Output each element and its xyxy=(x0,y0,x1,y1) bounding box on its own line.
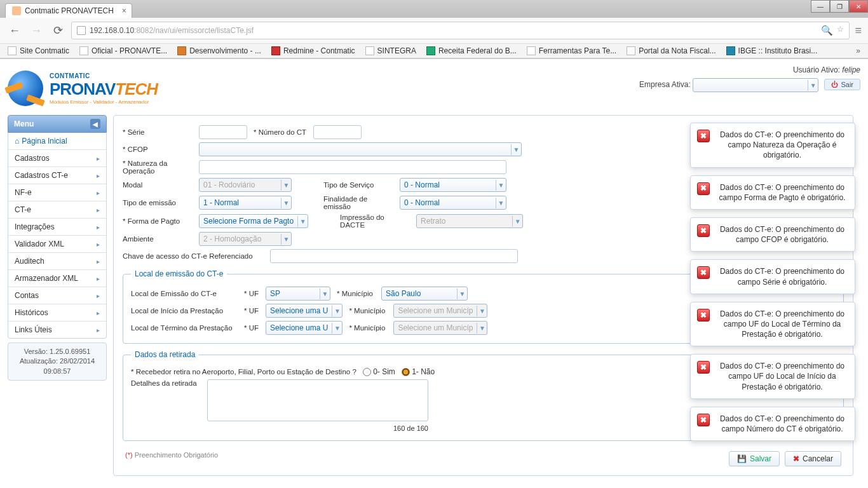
minimize-button[interactable]: — xyxy=(811,0,830,13)
sidebar-item-integracoes[interactable]: Integrações▸ xyxy=(8,219,106,236)
chevron-right-icon: ▸ xyxy=(97,309,100,316)
label-municipio: Município xyxy=(337,290,375,297)
bookmark-item[interactable]: Desenvolvimento - ... xyxy=(177,46,261,55)
chevron-down-icon: ▼ xyxy=(477,306,487,316)
sidebar-item-cadastros[interactable]: Cadastros▸ xyxy=(8,150,106,167)
label-uf: UF xyxy=(244,324,259,332)
chevron-right-icon: ▸ xyxy=(97,292,100,299)
doc-icon xyxy=(365,46,374,55)
doc-icon xyxy=(8,46,17,55)
input-natureza[interactable] xyxy=(199,160,506,174)
sidebar-item-historicos[interactable]: Históricos▸ xyxy=(8,304,106,322)
textarea-detalhes[interactable] xyxy=(207,379,428,421)
label-finalidade: Finalidade de emissão xyxy=(323,195,393,210)
sidebar: Menu ◀ ⌂Página Inicial Cadastros▸ Cadast… xyxy=(8,115,107,381)
bookmark-item[interactable]: Redmine - Contmatic xyxy=(271,46,355,55)
page: CONTMATIC PRONAVTECH Módulos Emissor - V… xyxy=(0,59,868,482)
radio-nao[interactable]: 1- Não xyxy=(402,367,435,376)
sidebar-item-cadastros-cte[interactable]: Cadastros CT-e▸ xyxy=(8,167,106,184)
label-municipio: Município xyxy=(349,324,387,332)
bookmark-item[interactable]: SINTEGRA xyxy=(365,46,416,55)
radio-sim[interactable]: 0- Sim xyxy=(363,367,395,376)
cancel-button[interactable]: ✖Cancelar xyxy=(785,451,841,466)
select-municipio-emissao[interactable]: São Paulo▼ xyxy=(381,287,468,301)
chrome-menu-icon[interactable]: ≡ xyxy=(855,24,862,37)
bookmark-item[interactable]: Ferramentas Para Te... xyxy=(527,46,617,55)
chevron-down-icon: ▼ xyxy=(477,323,487,334)
bookmark-item[interactable]: Portal da Nota Fiscal... xyxy=(627,46,715,55)
select-impressao: Retrato▼ xyxy=(416,214,523,228)
bookmark-item[interactable]: Site Contmatic xyxy=(8,46,69,55)
close-icon[interactable]: ✖ xyxy=(697,266,710,279)
select-uf-termino[interactable]: Selecione uma U▼ xyxy=(266,321,342,335)
chevron-down-icon: ▼ xyxy=(512,216,522,227)
chevron-left-icon[interactable]: ◀ xyxy=(90,119,100,129)
input-serie[interactable] xyxy=(199,125,247,139)
site-icon xyxy=(426,46,435,55)
url-input[interactable]: 192.168.0.10:8082/nav/ui/emissorcte/list… xyxy=(71,22,850,39)
toast-error: ✖Dados do CT-e: O preenchimento do campo… xyxy=(690,354,855,399)
sidebar-home[interactable]: ⌂Página Inicial xyxy=(8,133,106,150)
label-chave-ref: Chave de acesso do CT-e Referenciado xyxy=(123,252,264,260)
select-finalidade[interactable]: 0 - Normal▼ xyxy=(400,196,506,210)
version-box: Versão: 1.25.0.69951 Atualização: 28/02/… xyxy=(8,342,107,381)
select-modal: 01 - Rodoviário▼ xyxy=(199,178,292,192)
sidebar-item-armazenador[interactable]: Armazenador XML▸ xyxy=(8,270,106,287)
input-chave-ref[interactable] xyxy=(270,249,518,263)
label-recebedor: Recebedor retira no Aeroporto, Filial, P… xyxy=(131,368,356,376)
reload-button[interactable]: ⟳ xyxy=(50,22,66,39)
select-municipio-termino: Selecione um Municíp▼ xyxy=(393,321,487,335)
label-uf: UF xyxy=(244,290,259,297)
company-select[interactable]: ▼ xyxy=(693,78,818,92)
sidebar-item-validador[interactable]: Validador XML▸ xyxy=(8,236,106,253)
select-tipo-emissao[interactable]: 1 - Normal▼ xyxy=(199,196,292,210)
label-natureza: Natureza da Operação xyxy=(123,159,193,175)
bookmark-star-icon[interactable]: ☆ xyxy=(837,25,844,36)
label-ambiente: Ambiente xyxy=(123,235,193,243)
sidebar-item-contas[interactable]: Contas▸ xyxy=(8,287,106,304)
chevron-right-icon: ▸ xyxy=(97,258,100,265)
chevron-right-icon: ▸ xyxy=(97,224,100,231)
bookmark-item[interactable]: Receita Federal do B... xyxy=(426,46,517,55)
browser-tab[interactable]: Contmatic PRONAVTECH × xyxy=(5,3,132,18)
select-forma-pagto[interactable]: Selecione Forma de Pagto▼ xyxy=(199,214,308,228)
chevron-right-icon: ▸ xyxy=(97,155,100,162)
select-cfop[interactable]: ▼ xyxy=(199,142,522,156)
close-icon[interactable]: ✖ xyxy=(697,130,710,142)
maximize-button[interactable]: ❐ xyxy=(830,0,849,13)
save-button[interactable]: 💾Salvar xyxy=(729,451,780,466)
url-host: 192.168.0.10:8082/nav/ui/emissorcte/list… xyxy=(90,26,254,35)
toast-error: ✖Dados do CT-e: O preenchimento do campo… xyxy=(690,123,855,168)
close-icon[interactable]: ✖ xyxy=(697,309,710,322)
obligatory-note: (*) Preenchimento Obrigatório xyxy=(125,451,218,466)
toast-error: ✖Dados do CT-e: O preenchimento do campo… xyxy=(690,259,855,294)
toast-error: ✖Dados do CT-e: O preenchimento do campo… xyxy=(690,217,855,252)
forward-button[interactable]: → xyxy=(28,22,44,39)
tab-close-icon[interactable]: × xyxy=(122,6,126,15)
close-icon[interactable]: ✖ xyxy=(697,224,710,237)
label-detalhes: Detalhes da retirada xyxy=(131,379,201,387)
input-numero-ct[interactable] xyxy=(313,125,362,139)
select-uf-emissao[interactable]: SP▼ xyxy=(266,287,330,301)
label-serie: Série xyxy=(123,128,193,136)
bookmark-item[interactable]: IBGE :: Instituto Brasi... xyxy=(726,46,818,55)
bookmarks-overflow-icon[interactable]: » xyxy=(856,46,860,55)
select-tipo-servico[interactable]: 0 - Normal▼ xyxy=(400,178,506,192)
sidebar-item-nfe[interactable]: NF-e▸ xyxy=(8,184,106,201)
header-row: CONTMATIC PRONAVTECH Módulos Emissor - V… xyxy=(8,65,860,115)
chevron-down-icon: ▼ xyxy=(496,180,506,191)
chevron-down-icon: ▼ xyxy=(496,198,506,208)
logout-button[interactable]: ⏻Sair xyxy=(824,79,860,90)
logout-icon: ⏻ xyxy=(831,81,838,88)
close-icon[interactable]: ✖ xyxy=(697,414,710,426)
bookmark-item[interactable]: Oficial - PRONAVTE... xyxy=(79,46,167,55)
search-icon[interactable]: 🔍 xyxy=(821,25,833,36)
back-button[interactable]: ← xyxy=(6,22,23,39)
close-window-button[interactable]: ✕ xyxy=(849,0,868,13)
select-uf-inicio[interactable]: Selecione uma U▼ xyxy=(266,304,342,318)
sidebar-item-cte[interactable]: CT-e▸ xyxy=(8,201,106,219)
close-icon[interactable]: ✖ xyxy=(697,361,710,374)
sidebar-item-links[interactable]: Links Úteis▸ xyxy=(8,322,106,338)
sidebar-item-auditech[interactable]: Auditech▸ xyxy=(8,253,106,270)
close-icon[interactable]: ✖ xyxy=(697,182,710,195)
